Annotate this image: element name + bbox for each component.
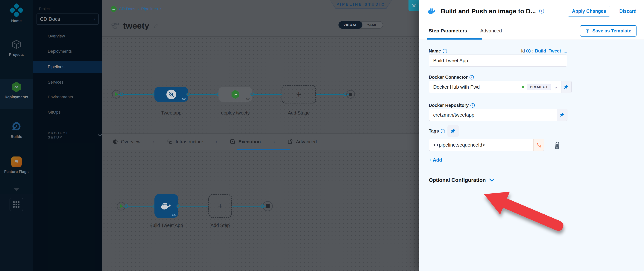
project-selector[interactable]: CD Docs › bbox=[36, 14, 99, 25]
toggle-visual[interactable]: VISUAL bbox=[338, 21, 362, 29]
pin-icon bbox=[564, 85, 569, 89]
home-icon bbox=[8, 3, 24, 18]
pin-segment[interactable] bbox=[561, 81, 571, 93]
tab-step-parameters[interactable]: Step Parameters bbox=[429, 28, 467, 34]
cd-hexagon-icon: ∞ bbox=[12, 82, 21, 92]
docker-connector-value: Docker Hub with Pwd bbox=[433, 84, 520, 90]
subnav-item-label: Overview bbox=[48, 34, 65, 39]
tab-advanced[interactable]: Advanced bbox=[480, 28, 502, 34]
pin-icon bbox=[450, 128, 456, 134]
infrastructure-icon bbox=[167, 139, 172, 144]
connector-dot bbox=[125, 204, 128, 208]
execution-icon bbox=[230, 139, 235, 144]
subnav-divider bbox=[36, 123, 99, 123]
pin-segment[interactable] bbox=[557, 109, 567, 121]
info-icon[interactable]: i bbox=[443, 49, 447, 53]
info-icon[interactable]: i bbox=[441, 129, 445, 133]
tags-pin-button[interactable] bbox=[448, 125, 459, 137]
delete-tag-button[interactable] bbox=[552, 140, 562, 150]
docker-repository-field[interactable]: cretzman/tweetapp bbox=[429, 109, 568, 121]
step-label: Build Tweet App bbox=[150, 223, 183, 228]
rail-item-projects[interactable]: Projects bbox=[0, 39, 33, 57]
save-as-template-button[interactable]: Save as Template bbox=[580, 25, 636, 37]
workflow-icon bbox=[112, 22, 119, 30]
step-end-node bbox=[263, 201, 273, 211]
active-tab-underline bbox=[238, 149, 290, 150]
subnav-item-deployments[interactable]: Deployments bbox=[33, 46, 102, 57]
rail-divider bbox=[6, 75, 27, 75]
tab-infrastructure[interactable]: Infrastructure bbox=[167, 139, 203, 144]
connector-dot bbox=[120, 93, 123, 96]
docker-connector-label: Docker Connector bbox=[429, 75, 468, 80]
breadcrumb-project-link[interactable]: CD Docs bbox=[119, 7, 135, 12]
chevron-down-icon bbox=[489, 178, 494, 182]
subnav-item-gitops[interactable]: GitOps bbox=[33, 106, 102, 118]
code-glyph: </> bbox=[182, 97, 186, 101]
stage-tabbar: Overview › Infrastructure › Execution › … bbox=[102, 133, 419, 150]
id-label: Id bbox=[521, 48, 525, 54]
subnav-item-services[interactable]: Services bbox=[33, 77, 102, 88]
overview-icon bbox=[113, 139, 118, 144]
connector-dot bbox=[186, 93, 190, 96]
optional-configuration-toggle[interactable]: Optional Configuration bbox=[429, 177, 494, 183]
tab-execution[interactable]: Execution bbox=[230, 139, 260, 144]
subnav-item-label: Services bbox=[48, 80, 64, 85]
rail-item-feature-flags[interactable]: ⚑ Feature Flags bbox=[0, 156, 33, 174]
tags-label: Tags bbox=[429, 128, 439, 134]
harness-logo-icon: ∞ bbox=[111, 6, 117, 12]
chevron-right-icon: › bbox=[94, 16, 95, 22]
edit-pencil-icon[interactable] bbox=[153, 23, 158, 29]
breadcrumb-pipelines-link[interactable]: Pipelines bbox=[141, 7, 158, 12]
subnav-item-pipelines[interactable]: Pipelines bbox=[33, 61, 102, 73]
pin-icon bbox=[560, 112, 564, 117]
pipeline-studio-badge: PIPELINE STUDIO bbox=[330, 0, 392, 9]
add-tag-link[interactable]: + Add bbox=[429, 157, 442, 163]
name-input[interactable] bbox=[429, 55, 567, 67]
rail-item-label: Deployments bbox=[5, 95, 28, 99]
info-icon[interactable]: i bbox=[470, 75, 474, 80]
tab-advanced[interactable]: Advanced bbox=[287, 139, 317, 144]
rail-item-builds[interactable]: Builds bbox=[0, 121, 33, 139]
drawer-header: Build and Push an image to D... i Apply … bbox=[419, 0, 644, 22]
id-separator: : bbox=[532, 48, 533, 54]
subnav-item-label: Environments bbox=[48, 95, 73, 100]
rail-more-toggle[interactable] bbox=[0, 188, 33, 191]
rail-item-home[interactable]: Home bbox=[0, 5, 33, 23]
step-title: Build and Push an image to D... bbox=[441, 8, 536, 15]
id-value-link[interactable]: Build_Tweet_... bbox=[535, 48, 567, 54]
discard-button[interactable]: Discard bbox=[619, 9, 636, 14]
info-icon[interactable]: i bbox=[539, 9, 544, 14]
stage-node-tweetapp[interactable]: </> bbox=[154, 87, 188, 102]
project-label: Project bbox=[39, 7, 50, 11]
rail-item-deployments[interactable]: ∞ Deployments bbox=[0, 82, 33, 99]
subnav-item-environments[interactable]: Environments bbox=[33, 91, 102, 103]
docker-connector-field[interactable]: Docker Hub with Pwd PROJECT ⌄ bbox=[429, 81, 572, 93]
stage-node-deploy-tweety[interactable]: ∞ </> bbox=[218, 87, 252, 102]
connector-scope-badge: PROJECT bbox=[527, 84, 551, 90]
fx-expression-button[interactable]: f(x) bbox=[533, 139, 544, 151]
rail-item-label: Home bbox=[11, 19, 22, 23]
info-icon[interactable]: i bbox=[526, 49, 530, 53]
tag-value-field[interactable]: <+pipeline.sequenceId> f(x) bbox=[429, 139, 544, 151]
apply-changes-button[interactable]: Apply Changes bbox=[568, 6, 610, 17]
project-setup-toggle[interactable]: PROJECT SETUP bbox=[48, 131, 102, 139]
step-node-build-tweet-app[interactable]: </> bbox=[154, 194, 178, 218]
chevron-down-icon[interactable]: ⌄ bbox=[554, 84, 558, 90]
code-glyph: </> bbox=[246, 97, 250, 101]
chevron-right-icon: › bbox=[160, 7, 162, 12]
divider bbox=[102, 36, 419, 37]
add-step-label: Add Step bbox=[210, 223, 230, 228]
graph-edge bbox=[178, 206, 208, 206]
docker-whale-icon bbox=[428, 7, 437, 15]
subnav-item-overview[interactable]: Overview bbox=[33, 30, 102, 42]
module-grid-button[interactable] bbox=[10, 198, 23, 211]
add-step-button[interactable]: + bbox=[208, 194, 232, 218]
tab-label: Execution bbox=[238, 139, 260, 144]
play-icon bbox=[115, 92, 118, 96]
pipeline-name: tweety bbox=[123, 21, 149, 31]
close-drawer-button[interactable]: ✕ bbox=[408, 0, 419, 11]
info-icon[interactable]: i bbox=[470, 103, 475, 108]
add-stage-button[interactable]: + bbox=[282, 85, 316, 103]
stage-label: Tweetapp bbox=[161, 110, 182, 116]
tab-overview[interactable]: Overview bbox=[113, 139, 140, 144]
